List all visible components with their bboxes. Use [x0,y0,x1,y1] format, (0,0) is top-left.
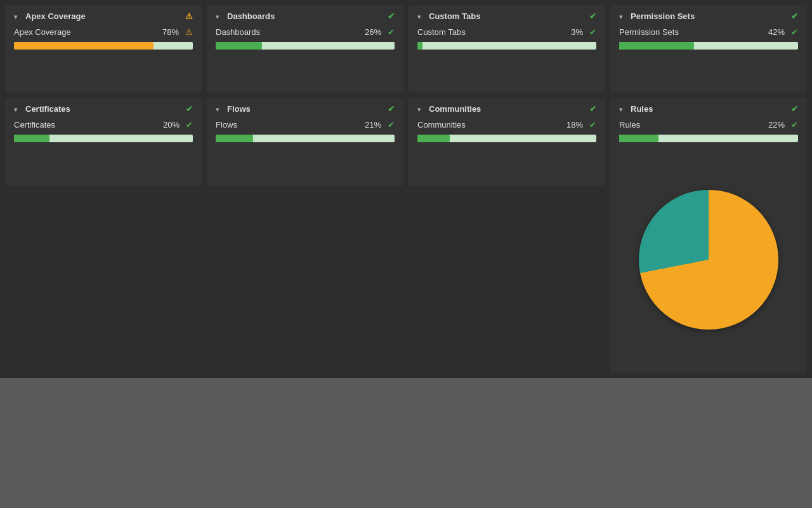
chevron-icon[interactable]: ▾ [417,13,424,20]
rules-row: Rules22%✔ [619,120,798,130]
value-check-icon: ✔ [186,120,193,130]
card-value-flows: 21%✔ [365,120,395,130]
card-header-apex-coverage: ▾Apex Coverage⚠ [14,11,193,21]
main-grid: ▾Apex Coverage⚠Apex Coverage78%⚠▾Dashboa… [0,0,812,378]
progress-bar-bg [14,135,193,142]
card-row-certificates: Certificates20%✔ [14,120,193,130]
card-title-certificates: Certificates [25,104,182,114]
chevron-icon[interactable]: ▾ [14,13,20,20]
chevron-icon[interactable]: ▾ [216,13,222,20]
card-custom-tabs: ▾Custom Tabs✔Custom Tabs3%✔ [409,5,605,93]
chevron-icon[interactable]: ▾ [216,106,222,112]
card-row-dashboards: Dashboards26%✔ [216,27,395,37]
value-check-icon: ✔ [589,120,596,130]
card-certificates: ▾Certificates✔Certificates20%✔ [5,98,202,185]
card-row-permission-sets: Permission Sets42%✔ [619,27,798,37]
pie-chart [639,190,778,330]
card-title-permission-sets: Permission Sets [631,11,787,21]
progress-bar-fill [14,135,49,142]
card-value-text: 20% [163,120,180,130]
value-warning-icon: ⚠ [185,27,193,37]
check-icon: ✔ [589,104,596,114]
progress-bar-bg [619,42,798,50]
card-value-certificates: 20%✔ [163,120,193,130]
card-value-apex-coverage: 78%⚠ [162,27,193,37]
card-value-permission-sets: 42%✔ [768,27,798,37]
check-icon: ✔ [791,11,798,21]
progress-bar-fill [216,135,253,142]
card-label-certificates: Certificates [14,120,55,130]
progress-bar-fill [619,42,694,50]
card-title-flows: Flows [227,104,384,114]
card-label-communities: Communities [417,120,466,130]
card-title-communities: Communities [429,104,586,114]
card-value-text: 3% [571,27,583,37]
progress-bar-fill [417,135,450,142]
warning-icon: ⚠ [185,11,193,21]
card-label-custom-tabs: Custom Tabs [417,27,466,37]
page-wrapper: ▾Apex Coverage⚠Apex Coverage78%⚠▾Dashboa… [0,0,812,508]
card-title-custom-tabs: Custom Tabs [429,11,586,21]
card-apex-coverage: ▾Apex Coverage⚠Apex Coverage78%⚠ [5,5,202,93]
progress-bar-bg [619,135,798,142]
card-title-dashboards: Dashboards [227,11,384,21]
check-icon: ✔ [186,104,193,114]
card-permission-sets: ▾Permission Sets✔Permission Sets42%✔ [610,5,807,93]
progress-bar-bg [216,135,395,142]
progress-bar-fill [216,42,262,50]
card-value-text: 26% [365,27,381,37]
card-header-dashboards: ▾Dashboards✔ [216,11,395,21]
card-title-apex-coverage: Apex Coverage [25,11,181,21]
progress-bar-fill [417,42,422,50]
rules-pie-container: ▾Rules✔Rules22%✔ [610,98,807,373]
chevron-icon[interactable]: ▾ [619,106,625,112]
card-value-dashboards: 26%✔ [365,27,395,37]
check-icon: ✔ [388,104,395,114]
card-header-permission-sets: ▾Permission Sets✔ [619,11,798,21]
rules-label: Rules [619,120,640,130]
below-section [0,378,812,508]
card-value-text: 18% [566,120,583,130]
value-check-icon: ✔ [388,27,395,37]
chevron-icon[interactable]: ▾ [14,106,20,112]
card-row-flows: Flows21%✔ [216,120,395,130]
card-value-custom-tabs: 3%✔ [571,27,596,37]
card-value-text: 21% [365,120,381,130]
progress-bar-bg [216,42,395,50]
value-check-icon: ✔ [589,27,596,37]
card-value-communities: 18%✔ [566,120,596,130]
card-row-apex-coverage: Apex Coverage78%⚠ [14,27,193,37]
value-check-icon: ✔ [791,120,798,130]
card-dashboards: ▾Dashboards✔Dashboards26%✔ [207,5,403,93]
value-check-icon: ✔ [388,120,395,130]
card-header-rules: ▾Rules✔ [619,104,798,114]
card-communities: ▾Communities✔Communities18%✔ [409,98,605,185]
card-label-apex-coverage: Apex Coverage [14,27,71,37]
card-label-flows: Flows [216,120,237,130]
chevron-icon[interactable]: ▾ [619,13,625,20]
rules-value-text: 22% [768,120,785,130]
progress-bar-bg [417,135,596,142]
progress-bar-fill [14,42,154,50]
chevron-icon[interactable]: ▾ [417,106,424,112]
card-value-text: 78% [162,27,179,37]
card-label-permission-sets: Permission Sets [619,27,679,37]
card-header-flows: ▾Flows✔ [216,104,395,114]
card-row-communities: Communities18%✔ [417,120,596,130]
rules-title: Rules [631,104,787,114]
value-check-icon: ✔ [791,27,798,37]
card-label-dashboards: Dashboards [216,27,260,37]
check-icon: ✔ [388,11,395,21]
rules-value: 22%✔ [768,120,798,130]
pie-chart-container [619,155,798,364]
card-header-communities: ▾Communities✔ [417,104,596,114]
card-flows: ▾Flows✔Flows21%✔ [207,98,403,185]
check-icon: ✔ [791,104,798,114]
progress-bar-fill [619,135,658,142]
card-row-custom-tabs: Custom Tabs3%✔ [417,27,596,37]
card-header-certificates: ▾Certificates✔ [14,104,193,114]
check-icon: ✔ [589,11,596,21]
card-header-custom-tabs: ▾Custom Tabs✔ [417,11,596,21]
card-value-text: 42% [768,27,785,37]
progress-bar-bg [14,42,193,50]
